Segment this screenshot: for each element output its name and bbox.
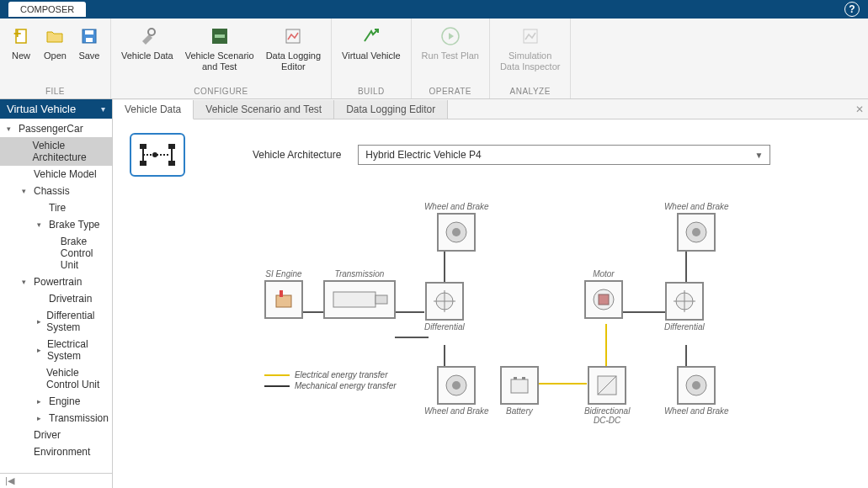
tree-toggle-icon[interactable]: ▾ [37, 220, 45, 229]
architecture-thumbnail[interactable] [130, 133, 185, 177]
svg-rect-31 [599, 294, 609, 305]
node-caption: Motor [584, 269, 623, 278]
svg-rect-24 [280, 290, 283, 297]
composer-tab[interactable]: COMPOSER [8, 2, 86, 17]
tree-item[interactable]: ▸Differential System [0, 307, 112, 336]
tree-item[interactable]: Tire [0, 199, 112, 216]
play-icon [439, 25, 461, 47]
connector-electrical [605, 324, 607, 366]
panel-options-icon[interactable]: ▾ [101, 104, 105, 114]
tree-body: ▾PassengerCarVehicle ArchitectureVehicle… [0, 119, 112, 473]
tree-collapse-button[interactable]: |◀ [0, 473, 112, 488]
help-button[interactable]: ? [844, 2, 860, 17]
tree-toggle-icon[interactable]: ▾ [7, 125, 15, 133]
tree-header: Virtual Vehicle ▾ [0, 99, 112, 119]
svg-rect-23 [276, 295, 291, 307]
connector [618, 311, 668, 313]
chevron-down-icon: ▼ [754, 151, 763, 160]
tree-item-label: Vehicle Model [34, 168, 97, 180]
vehicle-scenario-test-button[interactable]: Vehicle Scenario and Test [180, 22, 259, 85]
tree-toggle-icon[interactable]: ▸ [37, 346, 44, 354]
wheel-brake-node[interactable] [437, 213, 476, 252]
tree-item[interactable]: ▸Transmission [0, 410, 112, 427]
tree-item-label: Electrical System [47, 338, 109, 362]
tree-toggle-icon[interactable]: ▸ [37, 414, 45, 422]
battery-node[interactable] [500, 366, 539, 405]
wheel-brake-node[interactable] [677, 366, 716, 405]
tree-item[interactable]: Drivetrain [0, 290, 112, 307]
wheel-brake-node[interactable] [677, 213, 716, 252]
tab-options-icon[interactable]: ✕ [855, 103, 864, 115]
tree-item[interactable]: ▾Powertrain [0, 273, 112, 290]
tree-item[interactable]: ▾Brake Type [0, 216, 112, 233]
ribbon-group-label: FILE [5, 85, 105, 98]
tree-item-label: Vehicle Control Unit [46, 367, 109, 390]
content-body: Vehicle Architecture Hybrid Electric Veh… [113, 119, 868, 488]
tree-item[interactable]: ▾PassengerCar [0, 120, 112, 137]
tree-item-label: Environment [34, 446, 90, 458]
legend-swatch-electrical [264, 374, 290, 376]
architecture-select[interactable]: Hybrid Electric Vehicle P4 ▼ [358, 145, 770, 165]
open-button[interactable]: Open [39, 22, 72, 85]
ribbon-group-configure: Vehicle Data Vehicle Scenario and Test D… [111, 19, 332, 98]
data-logging-editor-button[interactable]: Data Logging Editor [261, 22, 326, 85]
tree-toggle-icon[interactable]: ▾ [22, 278, 30, 286]
node-caption: Wheel and Brake [664, 202, 729, 211]
tree-toggle-icon[interactable]: ▸ [37, 397, 45, 406]
tree-item[interactable]: Brake Control Unit [0, 233, 112, 273]
tree-toggle-icon[interactable]: ▸ [37, 317, 43, 326]
tree-toggle-icon[interactable]: ▾ [22, 187, 30, 195]
dcdc-node[interactable] [588, 366, 626, 405]
motor-node[interactable] [584, 280, 623, 319]
folder-open-icon [44, 25, 66, 47]
ribbon-group-label: ANALYZE [495, 85, 566, 98]
save-button[interactable]: Save [73, 22, 105, 85]
node-caption: Wheel and Brake [664, 406, 729, 416]
wheel-brake-node[interactable] [437, 366, 476, 405]
tree-item-label: Engine [49, 395, 80, 407]
save-icon [78, 25, 100, 47]
tree-item[interactable]: Vehicle Control Unit [0, 364, 112, 393]
tab-vehicle-scenario-test[interactable]: Vehicle Scenario and Test [194, 100, 334, 119]
vehicle-data-button[interactable]: Vehicle Data [116, 22, 178, 85]
tree-item[interactable]: Driver [0, 427, 112, 443]
tree-item[interactable]: ▸Electrical System [0, 336, 112, 364]
tree-item[interactable]: Vehicle Model [0, 166, 112, 183]
scenario-icon [209, 25, 231, 47]
new-button[interactable]: + New [5, 22, 37, 85]
differential-node[interactable] [665, 282, 704, 321]
svg-point-43 [692, 381, 700, 390]
differential-node[interactable] [425, 282, 464, 321]
virtual-vehicle-button[interactable]: Virtual Vehicle [337, 22, 406, 85]
tree-item-label: PassengerCar [19, 123, 83, 135]
node-caption: Transmission [323, 269, 396, 278]
connector [395, 337, 429, 338]
ribbon-group-operate: Run Test Plan OPERATE [412, 19, 490, 98]
title-bar: COMPOSER ? [0, 0, 868, 19]
tree-item[interactable]: Vehicle Architecture [0, 137, 112, 166]
node-caption: Wheel and Brake [424, 202, 489, 211]
tab-data-logging-editor[interactable]: Data Logging Editor [334, 100, 448, 119]
tree-item-label: Brake Control Unit [61, 236, 109, 271]
svg-rect-13 [168, 144, 175, 149]
engine-node[interactable] [264, 280, 303, 319]
tree-panel: Virtual Vehicle ▾ ▾PassengerCarVehicle A… [0, 99, 113, 488]
svg-rect-26 [375, 295, 387, 304]
tree-item[interactable]: Environment [0, 443, 112, 460]
tree-item[interactable]: ▾Chassis [0, 183, 112, 199]
tree-item-label: Drivetrain [49, 293, 92, 305]
tree-item-label: Brake Type [49, 219, 99, 231]
content-tabs: Vehicle Data Vehicle Scenario and Test D… [113, 99, 868, 119]
tab-vehicle-data[interactable]: Vehicle Data [113, 100, 194, 119]
svg-point-20 [452, 228, 461, 236]
svg-point-5 [148, 29, 155, 35]
node-caption: Bidirectional DC-DC [584, 406, 630, 425]
tree-item-label: Vehicle Architecture [33, 140, 109, 163]
ribbon-toolbar: + New Open Save FILE [0, 19, 868, 99]
transmission-node[interactable] [323, 280, 396, 319]
tree-item-label: Tire [49, 202, 66, 214]
svg-point-18 [152, 152, 157, 157]
tree-item[interactable]: ▸Engine [0, 393, 112, 410]
node-caption: SI Engine [264, 269, 303, 278]
svg-rect-4 [86, 38, 93, 42]
